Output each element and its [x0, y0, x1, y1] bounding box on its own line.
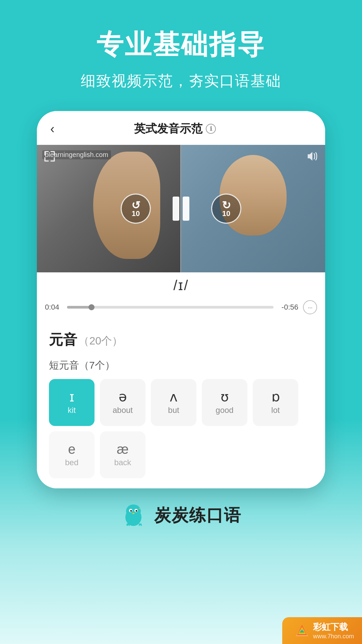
outer-wrapper: 专业基础指导 细致视频示范，夯实口语基础 ‹ 英式发音示范 ℹ blearnin… — [0, 0, 362, 644]
watermark-logo-icon — [294, 624, 310, 638]
phone-topbar: ‹ 英式发音示范 ℹ — [37, 111, 325, 145]
progress-fill — [67, 306, 92, 309]
phoneme-symbol-1: ə — [119, 390, 127, 404]
info-symbol: ℹ — [210, 125, 212, 132]
phoneme-grid-row2: e bed æ back — [49, 431, 313, 478]
bottom-watermark: 彩虹下载 www.7hon.com — [282, 617, 362, 644]
time-remaining: -0:56 — [278, 303, 298, 312]
time-current: 0:04 — [45, 303, 62, 312]
svg-point-5 — [136, 510, 137, 512]
brand-name: 炭炭练口语 — [154, 504, 241, 527]
phoneme-word-3: good — [216, 406, 233, 415]
phoneme-grid-row1: ɪ kit ə about ʌ but ʊ good ɒ lot — [49, 379, 313, 426]
section-count: （20个） — [78, 335, 123, 347]
phoneme-symbol-5: e — [68, 442, 75, 456]
phonetic-label: /ɪ/ — [37, 272, 325, 297]
phoneme-card-0[interactable]: ɪ kit — [49, 379, 95, 426]
video-controls-overlay: ↺ 10 ↻ 10 — [37, 194, 325, 224]
expand-icon[interactable] — [44, 150, 56, 165]
sub-title: 细致视频示范，夯实口语基础 — [81, 71, 281, 91]
progress-track[interactable] — [67, 306, 274, 309]
section-title: 元音 — [49, 332, 77, 347]
rewind-seconds: 10 — [132, 210, 140, 217]
watermark-text-block: 彩虹下载 www.7hon.com — [313, 621, 354, 640]
pause-bar-left — [173, 197, 179, 221]
content-section: 元音 （20个） 短元音（7个） ɪ kit ə about ʌ but — [37, 320, 325, 488]
brand-mascot — [121, 502, 147, 529]
phoneme-card-5[interactable]: e bed — [49, 431, 95, 478]
phoneme-card-4[interactable]: ɒ lot — [253, 379, 298, 426]
short-vowels-label: 短元音（7个） — [49, 359, 313, 372]
video-container: blearningenglish.com — [37, 145, 325, 272]
video-icons-top — [37, 145, 325, 170]
phoneme-card-1[interactable]: ə about — [100, 379, 145, 426]
pause-button[interactable] — [168, 194, 194, 224]
watermark-url: www.7hon.com — [313, 633, 354, 640]
rewind-button[interactable]: ↺ 10 — [121, 194, 151, 224]
svg-point-4 — [130, 510, 132, 512]
section-header: 元音 （20个） — [49, 330, 313, 349]
forward-button[interactable]: ↻ 10 — [211, 194, 241, 224]
progress-bar-section: 0:04 -0:56 ··· — [37, 297, 325, 320]
phoneme-word-1: about — [113, 406, 133, 415]
phoneme-symbol-6: æ — [117, 442, 129, 456]
back-button[interactable]: ‹ — [50, 122, 55, 135]
topbar-title-text: 英式发音示范 — [134, 121, 202, 137]
bottom-brand: 炭炭练口语 — [121, 488, 241, 539]
pause-bar-right — [183, 197, 189, 221]
phoneme-word-0: kit — [68, 406, 76, 415]
main-title: 专业基础指导 — [97, 27, 265, 63]
phoneme-symbol-3: ʊ — [221, 390, 229, 404]
topbar-title: 英式发音示范 ℹ — [134, 121, 216, 137]
phoneme-word-6: back — [114, 458, 131, 467]
header-section: 专业基础指导 细致视频示范，夯实口语基础 — [0, 0, 362, 111]
phoneme-symbol-0: ɪ — [69, 390, 74, 404]
forward-seconds: 10 — [222, 210, 230, 217]
info-icon-button[interactable]: ℹ — [206, 124, 216, 134]
phoneme-symbol-4: ɒ — [272, 390, 280, 404]
phone-mockup: ‹ 英式发音示范 ℹ blearningenglish.com — [37, 111, 325, 488]
phoneme-word-2: but — [168, 406, 179, 415]
more-options-button[interactable]: ··· — [303, 300, 317, 314]
progress-thumb — [88, 304, 95, 310]
phoneme-word-5: bed — [65, 458, 78, 467]
phoneme-symbol-2: ʌ — [170, 390, 178, 404]
svg-point-1 — [126, 504, 141, 518]
phoneme-card-6[interactable]: æ back — [100, 431, 145, 478]
phoneme-word-4: lot — [271, 406, 280, 415]
phoneme-card-2[interactable]: ʌ but — [151, 379, 196, 426]
volume-icon[interactable] — [305, 150, 318, 165]
watermark-main-text: 彩虹下载 — [313, 621, 354, 633]
phoneme-card-3[interactable]: ʊ good — [202, 379, 247, 426]
